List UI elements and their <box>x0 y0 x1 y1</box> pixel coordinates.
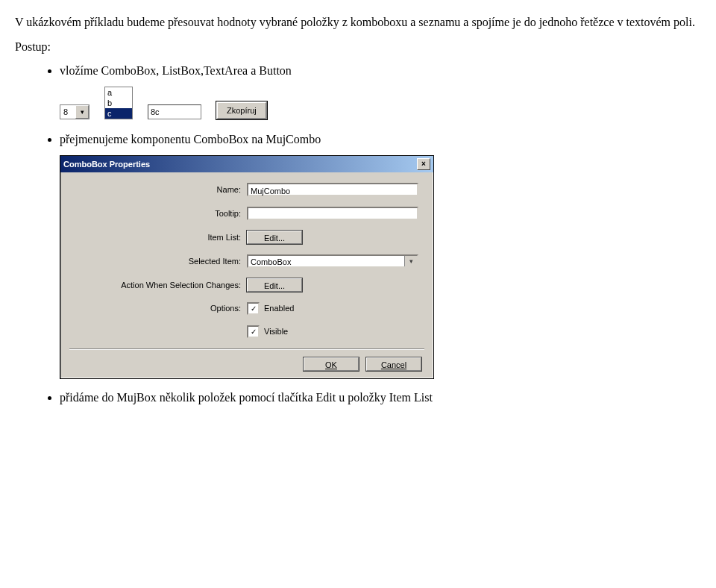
name-label: Name: <box>69 185 247 194</box>
chevron-down-icon[interactable] <box>75 105 89 119</box>
example-listbox[interactable]: a b c <box>104 87 133 119</box>
bullet-3: přidáme do MujBox několik položek pomocí… <box>60 391 701 404</box>
cancel-button[interactable]: Cancel <box>366 357 421 371</box>
tooltip-label: Tooltip: <box>69 209 247 218</box>
checkbox-icon[interactable]: ✓ <box>247 325 260 338</box>
itemlist-label: Item List: <box>69 233 247 242</box>
enabled-label: Enabled <box>264 304 294 313</box>
selecteditem-combo[interactable]: ComboBox <box>247 254 418 268</box>
ok-button[interactable]: OK <box>304 357 359 371</box>
list-item[interactable]: a <box>105 87 132 98</box>
edit-action-button[interactable]: Edit... <box>247 278 302 292</box>
tooltip-input[interactable] <box>247 207 418 220</box>
visible-label: Visible <box>264 327 288 336</box>
combobox-properties-dialog: ComboBox Properties × Name: MujCombo Too… <box>60 155 434 379</box>
list-item[interactable]: b <box>105 98 132 108</box>
checkbox-icon[interactable]: ✓ <box>247 302 260 315</box>
dialog-titlebar[interactable]: ComboBox Properties × <box>60 156 433 172</box>
example-combobox[interactable]: 8 <box>60 104 90 119</box>
list-item-selected[interactable]: c <box>105 108 132 119</box>
bullet-1: vložíme ComboBox, ListBox,TextArea a But… <box>60 64 701 78</box>
chevron-down-icon[interactable] <box>404 256 417 266</box>
name-input[interactable]: MujCombo <box>247 183 418 196</box>
bullet-2: přejmenujeme komponentu ComboBox na MujC… <box>60 133 701 146</box>
enabled-checkbox[interactable]: ✓ Enabled <box>247 302 294 315</box>
intro-text: V ukázkovém příkladu budeme přesouvat ho… <box>15 15 701 31</box>
action-label: Action When Selection Changes: <box>69 281 247 290</box>
example-combobox-value: 8 <box>60 107 75 116</box>
selecteditem-label: Selected Item: <box>69 257 247 266</box>
separator <box>69 348 424 350</box>
close-icon[interactable]: × <box>417 158 430 170</box>
example-controls-row: 8 a b c 8c Zkopíruj <box>15 87 701 119</box>
dialog-title: ComboBox Properties <box>63 160 150 169</box>
postup-heading: Postup: <box>15 40 701 55</box>
example-button-zkopiruj[interactable]: Zkopíruj <box>216 101 267 119</box>
selecteditem-value: ComboBox <box>248 256 404 266</box>
example-textarea[interactable]: 8c <box>148 104 201 119</box>
options-label: Options: <box>69 304 247 313</box>
visible-checkbox[interactable]: ✓ Visible <box>247 325 288 338</box>
edit-itemlist-button[interactable]: Edit... <box>247 231 302 244</box>
